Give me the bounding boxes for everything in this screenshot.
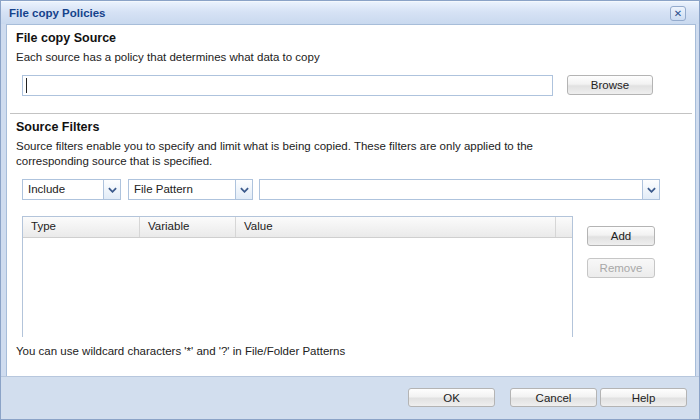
dialog-footer: OK Cancel Help	[1, 376, 699, 419]
column-header-variable[interactable]: Variable	[140, 217, 236, 237]
help-button[interactable]: Help	[600, 388, 687, 407]
filter-type-select[interactable]: Include	[22, 179, 121, 200]
chevron-down-icon	[642, 180, 659, 199]
text-caret	[26, 78, 27, 93]
file-copy-policies-dialog: File copy Policies ✕ File copy Source Ea…	[0, 0, 700, 420]
browse-button[interactable]: Browse	[567, 75, 653, 95]
dialog-title: File copy Policies	[9, 7, 106, 19]
filter-variable-select[interactable]: File Pattern	[128, 179, 253, 200]
filters-section-heading: Source Filters	[16, 120, 99, 134]
column-header-spacer	[556, 217, 572, 237]
source-section-heading: File copy Source	[16, 31, 116, 45]
close-icon[interactable]: ✕	[670, 6, 686, 21]
filters-section-description: Source filters enable you to specify and…	[16, 139, 598, 169]
source-section-description: Each source has a policy that determines…	[16, 51, 320, 63]
filter-type-select-value: Include	[28, 183, 100, 195]
column-header-type[interactable]: Type	[23, 217, 140, 237]
filters-table-body	[23, 238, 572, 337]
wildcard-hint-text: You can use wildcard characters '*' and …	[16, 345, 345, 357]
add-button[interactable]: Add	[587, 226, 655, 246]
dialog-titlebar[interactable]: File copy Policies ✕	[1, 1, 699, 24]
section-divider	[10, 113, 692, 115]
source-path-input[interactable]	[22, 75, 553, 96]
cancel-button[interactable]: Cancel	[510, 388, 597, 407]
ok-button[interactable]: OK	[408, 388, 495, 407]
column-header-value[interactable]: Value	[236, 217, 556, 237]
chevron-down-icon	[235, 180, 252, 199]
filter-variable-select-value: File Pattern	[134, 183, 232, 195]
remove-button[interactable]: Remove	[587, 258, 655, 278]
dialog-content-panel: File copy Source Each source has a polic…	[6, 24, 696, 378]
filters-table-header: Type Variable Value	[23, 217, 572, 238]
filter-value-combo[interactable]	[259, 179, 660, 200]
filters-table: Type Variable Value	[22, 216, 573, 337]
chevron-down-icon	[103, 180, 120, 199]
